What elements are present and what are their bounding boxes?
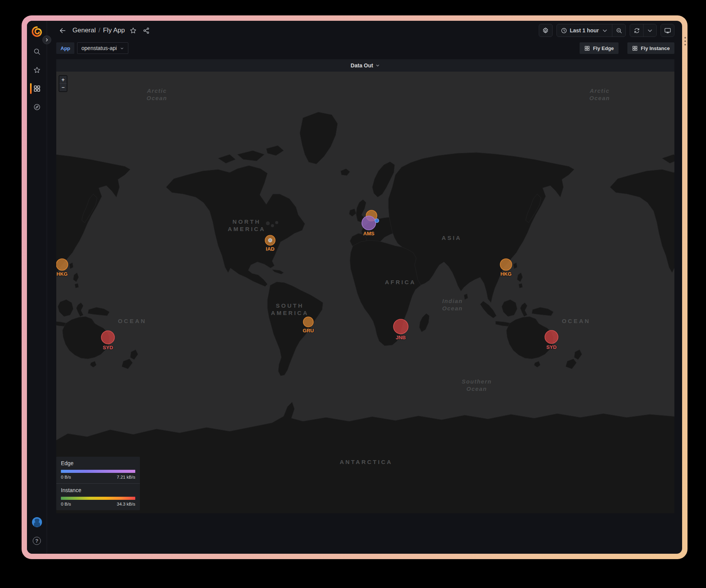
gear-icon (542, 27, 549, 34)
time-range-group: Last 1 hour (556, 24, 626, 37)
legend-title: Instance (61, 487, 135, 493)
chevron-down-icon (120, 46, 124, 50)
active-indicator (30, 83, 32, 94)
star-icon (129, 27, 137, 34)
arrow-left-icon (59, 27, 66, 34)
app-variable-value: openstatus-api (81, 45, 117, 51)
star-icon (33, 66, 41, 74)
map-marker-label: GRU (303, 328, 314, 333)
map-marker-inner-dot (269, 239, 272, 242)
apps-grid-icon (584, 45, 590, 51)
map-marker-label: SYD (103, 345, 113, 350)
clock-icon (561, 27, 567, 34)
map-marker-hkg[interactable] (500, 259, 512, 270)
monitor-icon (664, 27, 671, 34)
chevron-down-icon (375, 63, 380, 68)
legend-gradient-edge (61, 470, 135, 473)
legend-section-instance: Instance 0 B/s 34.3 kB/s (56, 483, 140, 510)
legend-max: 34.3 kB/s (117, 502, 135, 506)
search-icon (33, 48, 41, 55)
magnifier-minus-icon (616, 27, 622, 34)
window-frame: ? General/Fly App (22, 15, 688, 559)
sidebar-item-profile[interactable] (27, 513, 47, 531)
geomap-panel: Data Out (56, 59, 674, 513)
marker-layer: HKGIADAMSHKGGRUJNBSYDSYD (56, 72, 674, 513)
fly-instance-link-button[interactable]: Fly Instance (627, 42, 674, 54)
favorite-star-button[interactable] (129, 24, 138, 37)
map-zoom-in-button[interactable]: + (59, 76, 67, 84)
refresh-group (630, 24, 657, 37)
app-variable-dropdown[interactable]: openstatus-api (77, 42, 128, 54)
sidebar-item-starred[interactable] (27, 61, 47, 79)
map-marker-label: AMS (363, 231, 375, 236)
panel-header[interactable]: Data Out (56, 59, 674, 72)
chevron-right-icon (45, 38, 49, 42)
share-button[interactable] (142, 24, 151, 37)
sidebar-item-help[interactable]: ? (27, 531, 47, 550)
avatar (32, 517, 42, 527)
legend-section-edge: Edge 0 B/s 7.21 kB/s (56, 457, 140, 483)
chevron-down-icon (647, 27, 653, 34)
kiosk-mode-button[interactable] (661, 24, 674, 37)
sidebar-item-dashboards[interactable] (27, 79, 47, 98)
breadcrumb[interactable]: General/Fly App (72, 27, 125, 34)
map-marker-syd[interactable] (101, 331, 114, 344)
legend-max: 7.21 kB/s (117, 475, 135, 479)
fly-edge-link-button[interactable]: Fly Edge (580, 42, 619, 54)
map-marker-label: HKG (57, 271, 68, 277)
world-map[interactable]: Arctic OceanArctic OceanNORTH AMERICAASI… (56, 72, 674, 513)
dashboards-grid-icon (33, 85, 41, 92)
map-marker[interactable] (375, 219, 379, 223)
refresh-button[interactable] (630, 24, 643, 37)
grafana-window: ? General/Fly App (27, 21, 682, 554)
refresh-icon (634, 27, 640, 34)
map-marker-ams[interactable] (362, 216, 376, 230)
question-circle-icon: ? (33, 537, 41, 545)
fly-edge-label: Fly Edge (593, 45, 614, 51)
grafana-flame-icon (31, 26, 43, 37)
apps-grid-icon (632, 45, 638, 51)
map-marker-label: JNB (396, 335, 406, 340)
sidebar-expand-button[interactable] (42, 35, 51, 44)
sidebar: ? (27, 21, 47, 554)
dashboard-settings-button[interactable] (539, 24, 553, 37)
map-marker-jnb[interactable] (393, 319, 408, 334)
map-marker-label: IAD (266, 246, 274, 252)
time-range-picker[interactable]: Last 1 hour (557, 24, 612, 37)
page-title: Fly App (103, 27, 125, 34)
refresh-interval-dropdown[interactable] (644, 24, 656, 37)
grafana-logo[interactable] (30, 25, 44, 39)
time-range-label: Last 1 hour (570, 27, 599, 34)
fly-instance-label: Fly Instance (641, 45, 670, 51)
map-legend: Edge 0 B/s 7.21 kB/s Instance (56, 457, 140, 510)
legend-min: 0 B/s (61, 502, 71, 506)
sidebar-item-search[interactable] (27, 42, 47, 61)
legend-min: 0 B/s (61, 475, 71, 479)
back-button[interactable] (56, 24, 69, 37)
resize-handle-dots[interactable] (684, 37, 686, 45)
map-marker-label: HKG (501, 271, 512, 277)
share-icon (143, 27, 150, 34)
map-zoom-controls: + − (59, 75, 67, 92)
map-marker-hkg[interactable] (56, 259, 68, 270)
map-zoom-out-button[interactable]: − (59, 84, 67, 91)
main-area: General/Fly App (47, 21, 682, 554)
breadcrumb-section[interactable]: General (72, 27, 96, 34)
sidebar-item-explore[interactable] (27, 98, 47, 116)
chevron-down-icon (602, 27, 608, 34)
dashboard-toolbar: General/Fly App (56, 21, 674, 40)
map-marker-gru[interactable] (303, 317, 313, 327)
zoom-out-time-button[interactable] (612, 24, 625, 37)
compass-icon (33, 103, 41, 111)
map-marker-label: SYD (546, 344, 557, 350)
screen: ? General/Fly App (0, 0, 706, 588)
panel-title: Data Out (351, 62, 373, 69)
variable-label-chip[interactable]: App (56, 42, 74, 54)
legend-gradient-instance (61, 497, 135, 500)
legend-title: Edge (61, 460, 135, 466)
map-marker-syd[interactable] (545, 330, 558, 343)
submenu-bar: App openstatus-api Fly Edge (56, 40, 674, 56)
breadcrumb-separator: / (98, 27, 100, 34)
